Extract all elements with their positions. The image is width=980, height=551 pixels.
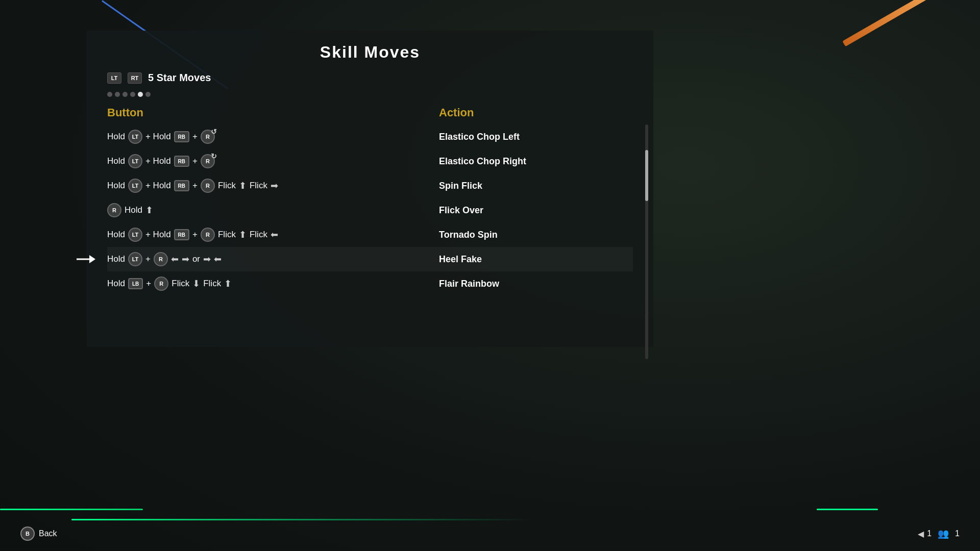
page-dots bbox=[107, 92, 633, 97]
combo-spin-flick: Hold LT + Hold RB + R Flick ⬆ Flick ➡ bbox=[107, 179, 439, 193]
r-button-4: R bbox=[107, 203, 121, 217]
move-row-elastico-chop-left[interactable]: Hold LT + Hold RB + R ↺ Elastico Chop Le… bbox=[107, 124, 633, 149]
plus-6: + bbox=[145, 254, 151, 264]
page-indicator: ◀ 1 👥 1 bbox=[918, 528, 960, 539]
action-spin-flick: Spin Flick bbox=[439, 181, 633, 191]
combo-flair-rainbow: Hold LB + R Flick ⬇ Flick ⬆ bbox=[107, 277, 439, 291]
plus-3: + bbox=[192, 181, 198, 191]
hold-text-6: Hold bbox=[107, 254, 125, 264]
plus-hold-2: + Hold bbox=[145, 156, 171, 166]
move-row-spin-flick[interactable]: Hold LT + Hold RB + R Flick ⬆ Flick ➡ Sp… bbox=[107, 173, 633, 198]
lt-button-6: LT bbox=[128, 252, 142, 266]
arrow-left-6b: ⬅ bbox=[214, 254, 222, 265]
r-button-2: R ↻ bbox=[201, 154, 215, 168]
combo-heel-fake: Hold LT + R ⬅ ➡ or ➡ ⬅ bbox=[107, 252, 439, 266]
dot-4[interactable] bbox=[130, 92, 135, 97]
category-label: 5 Star Moves bbox=[148, 72, 211, 84]
flick-text-3a: Flick bbox=[218, 181, 236, 191]
nav-left-arrow[interactable]: ◀ bbox=[918, 529, 924, 539]
arrow-left-6: ⬅ bbox=[171, 254, 179, 265]
r-button-5: R bbox=[201, 228, 215, 242]
hold-text-4: Hold bbox=[125, 205, 142, 215]
arrow-up-5: ⬆ bbox=[239, 229, 247, 240]
action-elastico-chop-left: Elastico Chop Left bbox=[439, 132, 633, 142]
page-number: 1 bbox=[927, 529, 932, 538]
arrow-right-6b: ➡ bbox=[203, 254, 211, 265]
button-column-header: Button bbox=[107, 106, 439, 119]
flick-text-3b: Flick bbox=[250, 181, 267, 191]
lb-button-7: LB bbox=[128, 278, 143, 289]
or-text-6: or bbox=[192, 254, 200, 264]
move-row-tornado-spin[interactable]: Hold LT + Hold RB + R Flick ⬆ Flick ⬅ To… bbox=[107, 222, 633, 247]
rb-button-1: RB bbox=[174, 131, 189, 142]
back-label: Back bbox=[39, 529, 57, 538]
flick-text-7b: Flick bbox=[203, 279, 221, 289]
arrow-up-7: ⬆ bbox=[224, 278, 232, 289]
arrow-right-6: ➡ bbox=[182, 254, 189, 265]
plus-5: + bbox=[192, 230, 198, 240]
b-button-icon: B bbox=[20, 527, 35, 541]
flick-text-5b: Flick bbox=[250, 230, 267, 240]
lt-button-1: LT bbox=[128, 130, 142, 144]
hold-text-1: Hold bbox=[107, 132, 125, 142]
plus-7: + bbox=[146, 279, 151, 289]
scrollbar-thumb[interactable] bbox=[645, 150, 648, 201]
rt-badge: RT bbox=[128, 72, 142, 84]
bottom-bar: B Back ◀ 1 👥 1 bbox=[0, 527, 980, 541]
r-button-3: R bbox=[201, 179, 215, 193]
category-row: LT RT 5 Star Moves bbox=[107, 72, 633, 84]
dot-1[interactable] bbox=[107, 92, 112, 97]
decorative-line-green-left bbox=[0, 509, 143, 510]
player-number: 1 bbox=[955, 529, 960, 538]
move-row-heel-fake[interactable]: Hold LT + R ⬅ ➡ or ➡ ⬅ Heel Fake bbox=[107, 247, 633, 271]
dot-6[interactable] bbox=[145, 92, 151, 97]
r-button-1: R ↺ bbox=[201, 130, 215, 144]
move-row-flair-rainbow[interactable]: Hold LB + R Flick ⬇ Flick ⬆ Flair Rainbo… bbox=[107, 271, 633, 296]
action-heel-fake: Heel Fake bbox=[439, 254, 633, 265]
rb-button-5: RB bbox=[174, 229, 189, 240]
hold-text-2: Hold bbox=[107, 156, 125, 166]
page-nav[interactable]: ◀ 1 bbox=[918, 529, 932, 539]
action-tornado-spin: Tornado Spin bbox=[439, 230, 633, 240]
action-column-header: Action bbox=[439, 106, 633, 119]
combo-flick-over: R Hold ⬆ bbox=[107, 203, 439, 217]
lt-badge: LT bbox=[107, 72, 121, 84]
columns-header: Button Action bbox=[107, 106, 633, 119]
skill-moves-panel: Skill Moves LT RT 5 Star Moves Button Ac… bbox=[87, 31, 653, 347]
rb-button-2: RB bbox=[174, 156, 189, 167]
combo-elastico-chop-left: Hold LT + Hold RB + R ↺ bbox=[107, 130, 439, 144]
plus-hold-1: + Hold bbox=[145, 132, 171, 142]
action-flick-over: Flick Over bbox=[439, 205, 633, 216]
decorative-line-green-bottom bbox=[71, 519, 531, 520]
plus-hold-5: + Hold bbox=[145, 230, 171, 240]
lt-button-2: LT bbox=[128, 154, 142, 168]
plus-hold-3: + Hold bbox=[145, 181, 171, 191]
action-flair-rainbow: Flair Rainbow bbox=[439, 279, 633, 289]
hold-text-5: Hold bbox=[107, 230, 125, 240]
r-button-7: R bbox=[154, 277, 168, 291]
arrow-up-4: ⬆ bbox=[145, 205, 153, 216]
moves-list: Hold LT + Hold RB + R ↺ Elastico Chop Le… bbox=[107, 124, 633, 296]
lt-button-5: LT bbox=[128, 228, 142, 242]
r-button-6: R bbox=[154, 252, 168, 266]
combo-elastico-chop-right: Hold LT + Hold RB + R ↻ bbox=[107, 154, 439, 168]
arrow-right-3: ➡ bbox=[271, 180, 278, 191]
hold-text-7: Hold bbox=[107, 279, 125, 289]
page-title: Skill Moves bbox=[107, 43, 633, 62]
dot-5-active[interactable] bbox=[138, 92, 143, 97]
flick-text-5a: Flick bbox=[218, 230, 236, 240]
player-icon: 👥 bbox=[938, 528, 949, 539]
back-button[interactable]: B Back bbox=[20, 527, 57, 541]
arrow-down-7: ⬇ bbox=[192, 278, 200, 289]
scrollbar-track bbox=[645, 124, 648, 359]
flick-text-7a: Flick bbox=[172, 279, 189, 289]
move-row-flick-over[interactable]: R Hold ⬆ Flick Over bbox=[107, 198, 633, 222]
decorative-line-green-right bbox=[817, 509, 878, 510]
arrow-up-3: ⬆ bbox=[239, 180, 247, 191]
plus-1: + bbox=[192, 132, 198, 142]
move-row-elastico-chop-right[interactable]: Hold LT + Hold RB + R ↻ Elastico Chop Ri… bbox=[107, 149, 633, 173]
plus-2: + bbox=[192, 156, 198, 166]
lt-button-3: LT bbox=[128, 179, 142, 193]
dot-3[interactable] bbox=[122, 92, 128, 97]
dot-2[interactable] bbox=[115, 92, 120, 97]
